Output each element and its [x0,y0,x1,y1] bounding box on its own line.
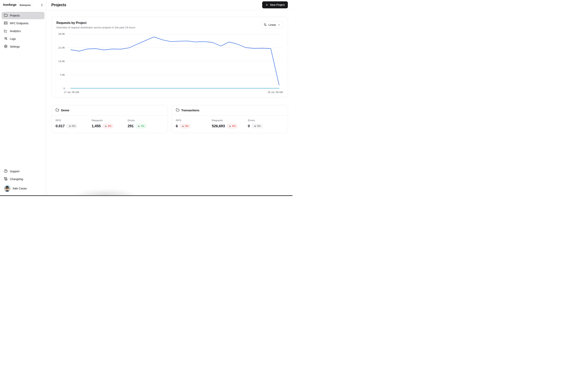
stat-value: 291 [128,124,134,128]
sliders-icon [264,23,267,27]
sidebar-footer: Support Changelog [0,166,46,196]
trend-value: 3% [141,125,144,128]
sidebar-item-label: RPC Endpoints [10,22,29,25]
trend-value: 0% [72,125,76,128]
svg-text:7.0K: 7.0K [60,74,65,76]
list-search-icon [4,37,8,41]
folder-icon [56,108,59,112]
trend-value: 0% [257,125,261,128]
window-bottom-edge [0,195,293,196]
stat-errors: Errors 0 0% [248,119,284,128]
project-card-transactions: Transactions RPS 6 4% [172,105,288,133]
gear-icon [4,44,8,49]
user-name: Italo Casas [13,187,27,190]
folder-icon [4,14,8,18]
stat-value: 6 [176,124,178,128]
user-menu[interactable]: Italo Casas [2,183,45,196]
sidebar-item-label: Logs [10,37,16,40]
brand-name: Ironforge [3,3,16,6]
chart-title: Requests by Project [56,21,135,25]
trend-badge: 4% [227,124,237,128]
trend-badge: 0% [67,124,77,128]
scale-selector[interactable]: Linear [261,21,283,28]
page-title: Projects [51,3,66,7]
requests-chart-card: Requests by Project Overview of request … [52,17,288,97]
stat-rps: RPS 0.017 0% [56,119,92,128]
content: Requests by Project Overview of request … [46,10,293,133]
sidebar: Ironforge Enterprise Projects RPC Endpoi… [0,0,46,196]
stat-rps: RPS 6 4% [176,119,212,128]
stat-label: RPS [56,119,92,122]
trend-value: 3% [108,125,111,128]
project-name: Transactions [181,108,199,112]
svg-text:28.0K: 28.0K [58,32,65,35]
sidebar-item-label: Support [10,170,20,173]
stat-value: 1,455 [92,124,101,128]
stat-value: 526,693 [212,124,225,128]
trend-down-icon [104,125,107,128]
stat-label: Errors [248,119,284,122]
trend-value: 4% [185,125,189,128]
sidebar-item-projects[interactable]: Projects [2,12,45,19]
sidebar-item-analytics[interactable]: Analytics [2,28,45,35]
stat-requests: Requests 526,693 4% [212,119,248,128]
sidebar-item-label: Settings [10,45,20,48]
folder-icon [176,108,179,112]
avatar [4,185,11,192]
project-card-header[interactable]: Transactions [172,105,288,116]
workspace-switcher[interactable]: Ironforge Enterprise [0,0,46,10]
chart-line-icon [4,29,8,33]
stat-label: Requests [92,119,128,122]
page-header: Projects New Project [46,0,293,10]
trend-badge: 4% [180,124,190,128]
trend-down-icon [137,125,140,128]
chart-svg: 28.0K21.0K14.0K7.0K017 Jul, 06 AM18 Jul,… [56,32,283,94]
sidebar-item-logs[interactable]: Logs [2,35,45,42]
sidebar-nav: Projects RPC Endpoints Analytics Logs Se… [0,10,46,52]
project-card-stats: RPS 0.017 0% Requests [52,116,168,133]
chart-subtitle: Overview of request distribution across … [56,26,135,29]
app-window: Ironforge Enterprise Projects RPC Endpoi… [0,0,293,196]
new-project-label: New Project [270,3,285,6]
sidebar-item-changelog[interactable]: Changelog [2,176,45,183]
chevron-down-icon [278,24,280,26]
stat-value: 0 [248,124,250,128]
plus-icon [265,3,268,6]
project-card-header[interactable]: Demo [52,105,168,116]
stat-label: Errors [128,119,164,122]
svg-text:17 Jul, 06 AM: 17 Jul, 06 AM [64,91,79,94]
trend-badge: 3% [136,124,146,128]
stat-value: 0.017 [56,124,65,128]
sidebar-item-support[interactable]: Support [2,168,45,175]
trend-down-icon [229,125,231,128]
main-area: Projects New Project Requests by Project… [46,0,293,196]
chevrons-up-down-icon[interactable] [41,4,43,6]
trend-value: 4% [232,125,236,128]
svg-text:0: 0 [64,87,65,90]
scale-selector-value: Linear [268,23,276,26]
chart-card-heading: Requests by Project Overview of request … [56,21,135,29]
scroll-icon [4,177,8,181]
sidebar-item-label: Projects [10,14,20,17]
server-icon [4,21,8,26]
trend-badge: 3% [103,124,113,128]
sidebar-spacer [0,52,46,166]
stat-label: RPS [176,119,212,122]
svg-text:18 Jul, 06 AM: 18 Jul, 06 AM [267,91,283,94]
sidebar-item-settings[interactable]: Settings [2,43,45,50]
sidebar-item-label: Changelog [10,178,23,181]
sidebar-item-rpc-endpoints[interactable]: RPC Endpoints [2,20,45,27]
sidebar-item-label: Analytics [10,30,21,33]
trend-flat-icon [69,125,71,128]
stat-errors: Errors 291 3% [128,119,164,128]
svg-text:14.0K: 14.0K [58,60,65,63]
trend-down-icon [182,125,184,128]
svg-text:21.0K: 21.0K [58,46,65,49]
trend-badge: 0% [252,124,262,128]
new-project-button[interactable]: New Project [262,1,288,8]
stat-label: Requests [212,119,248,122]
stat-requests: Requests 1,455 3% [92,119,128,128]
project-cards-row: Demo RPS 0.017 0% [52,105,288,133]
trend-flat-icon [254,125,256,128]
project-card-stats: RPS 6 4% Requests [172,116,288,133]
